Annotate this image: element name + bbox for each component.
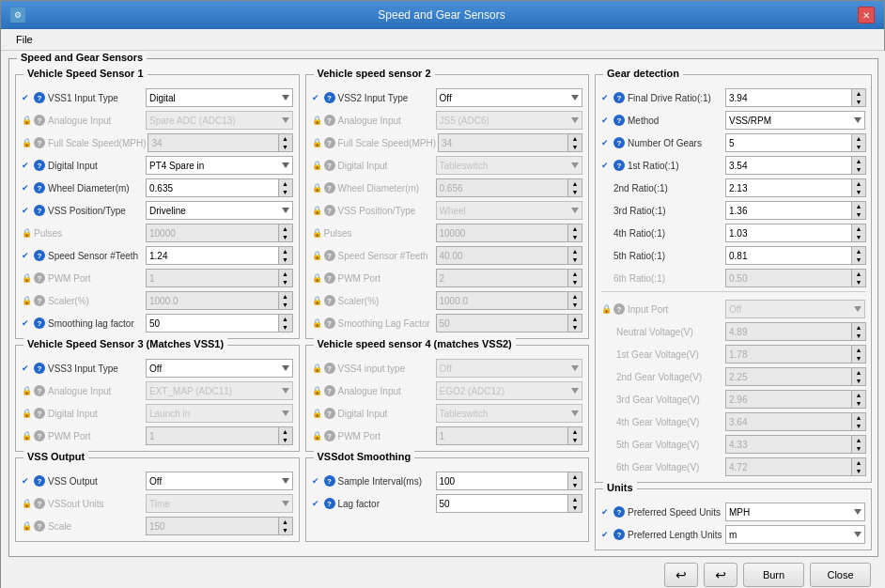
vssdot-lag-down[interactable]: ▼	[568, 503, 582, 512]
gear2-voltage-up[interactable]: ▲	[852, 368, 865, 377]
ratio2-input[interactable]	[725, 178, 851, 197]
vss1-pwm-down[interactable]: ▼	[279, 278, 292, 286]
vss-scale-up[interactable]: ▲	[279, 518, 292, 526]
final-drive-input[interactable]	[725, 88, 851, 107]
ratio4-input[interactable]	[725, 224, 851, 242]
ratio1-up[interactable]: ▲	[852, 157, 865, 165]
ratio3-input[interactable]	[725, 201, 851, 220]
vss2-wheeldiam-up[interactable]: ▲	[568, 179, 582, 188]
vss1-fullscale-down[interactable]: ▼	[279, 143, 292, 151]
close-button[interactable]: Close	[810, 563, 871, 587]
ratio6-up[interactable]: ▲	[852, 270, 865, 278]
gear1-voltage-down[interactable]: ▼	[852, 354, 865, 363]
vss1-wheeldiam-up[interactable]: ▲	[279, 179, 292, 188]
vss4-pwm-down[interactable]: ▼	[568, 436, 582, 444]
vss2-pulses-down[interactable]: ▼	[568, 233, 582, 241]
gear4-voltage-up[interactable]: ▲	[852, 413, 865, 422]
ratio1-input[interactable]	[725, 156, 851, 175]
vssdot-sample-input[interactable]	[436, 472, 568, 490]
vss1-teeth-input[interactable]	[146, 246, 278, 265]
vss1-digital-select[interactable]: PT4 Spare in	[146, 156, 293, 175]
gear5-voltage-down[interactable]: ▼	[852, 444, 865, 453]
ratio5-down[interactable]: ▼	[852, 255, 865, 264]
vss1-teeth-down[interactable]: ▼	[279, 255, 292, 264]
preferred-speed-select[interactable]: MPHKPH	[725, 503, 865, 521]
vss1-pulses-down[interactable]: ▼	[279, 233, 292, 241]
vss3-pwm-down[interactable]: ▼	[279, 436, 292, 444]
vss1-smoothing-up[interactable]: ▲	[279, 315, 292, 323]
vss2-fullscale-down[interactable]: ▼	[568, 143, 582, 151]
num-gears-input[interactable]	[725, 133, 851, 152]
file-menu[interactable]: File	[8, 32, 40, 47]
burn-button[interactable]: Burn	[743, 563, 804, 587]
vss2-teeth-up[interactable]: ▲	[568, 247, 582, 255]
vss3-pwm-up[interactable]: ▲	[279, 427, 292, 436]
vss2-input-type-select[interactable]: OffDigitalAnalogue	[436, 88, 583, 107]
vss1-teeth-up[interactable]: ▲	[279, 247, 292, 255]
vss2-teeth-down[interactable]: ▼	[568, 255, 582, 264]
vss2-scaler-down[interactable]: ▼	[568, 301, 582, 309]
vss1-smoothing-input[interactable]	[146, 314, 278, 333]
gear6-voltage-up[interactable]: ▲	[852, 458, 865, 467]
vss1-wheeldiam-down[interactable]: ▼	[279, 188, 292, 196]
ratio5-spinner: ▲ ▼	[725, 246, 866, 265]
ratio6-down[interactable]: ▼	[852, 278, 865, 286]
vssdot-lag-up[interactable]: ▲	[568, 495, 582, 503]
vss1-vsspos-select[interactable]: DrivelineWheel	[146, 201, 293, 220]
gear4-voltage-input	[725, 412, 851, 431]
undo-button[interactable]: ↩	[664, 563, 698, 587]
gear6-voltage-down[interactable]: ▼	[852, 467, 865, 475]
gear4-voltage-down[interactable]: ▼	[852, 422, 865, 430]
neutral-voltage-up[interactable]: ▲	[852, 323, 865, 332]
vss-output-select[interactable]: OffOn	[146, 472, 293, 490]
gear1-voltage-up[interactable]: ▲	[852, 346, 865, 354]
ratio3-down[interactable]: ▼	[852, 210, 865, 219]
close-window-button[interactable]: ✕	[858, 7, 875, 23]
gear3-voltage-up[interactable]: ▲	[852, 391, 865, 399]
vss2-pulses-up[interactable]: ▲	[568, 224, 582, 233]
vss2-smoothing-up[interactable]: ▲	[568, 315, 582, 323]
ratio2-down[interactable]: ▼	[852, 188, 865, 196]
vssdot-sample-up[interactable]: ▲	[568, 472, 582, 481]
ratio5-up[interactable]: ▲	[852, 247, 865, 255]
vss2-scaler-up[interactable]: ▲	[568, 292, 582, 301]
vss2-pwm-up[interactable]: ▲	[568, 270, 582, 278]
final-drive-up[interactable]: ▲	[852, 89, 865, 98]
vss1-smoothing-down[interactable]: ▼	[279, 323, 292, 332]
vss4-pwm-up[interactable]: ▲	[568, 427, 582, 436]
ratio4-down[interactable]: ▼	[852, 233, 865, 241]
vss1-input-type-select[interactable]: DigitalAnalogueOff	[146, 88, 293, 107]
preferred-length-select[interactable]: mft	[725, 525, 865, 544]
vss1-wheeldiam-input[interactable]	[146, 178, 278, 197]
final-drive-down[interactable]: ▼	[852, 98, 865, 106]
vss-scale-down[interactable]: ▼	[279, 526, 292, 534]
vss2-wheeldiam-down[interactable]: ▼	[568, 188, 582, 196]
vss1-pwm-up[interactable]: ▲	[279, 270, 292, 278]
info-icon: ?	[324, 295, 335, 306]
info-icon: ?	[324, 182, 335, 193]
gear5-voltage-up[interactable]: ▲	[852, 436, 865, 444]
num-gears-down[interactable]: ▼	[852, 143, 865, 151]
neutral-voltage-down[interactable]: ▼	[852, 332, 865, 340]
method-select[interactable]: VSS/RPMVoltage	[725, 111, 865, 130]
vss2-pwm-down[interactable]: ▼	[568, 278, 582, 286]
vss3-input-type-select[interactable]: OffDigitalAnalogue	[146, 359, 293, 378]
num-gears-up[interactable]: ▲	[852, 134, 865, 143]
vss2-fullscale-up[interactable]: ▲	[568, 134, 582, 143]
vss1-scaler-down[interactable]: ▼	[279, 301, 292, 309]
vssdot-sample-down[interactable]: ▼	[568, 481, 582, 489]
vssdot-lag-input[interactable]	[436, 494, 568, 513]
ratio4-up[interactable]: ▲	[852, 224, 865, 233]
vss2-smoothing-down[interactable]: ▼	[568, 323, 582, 332]
vss1-fullscale-up[interactable]: ▲	[279, 134, 292, 143]
ratio5-input[interactable]	[725, 246, 851, 265]
ratio3-up[interactable]: ▲	[852, 202, 865, 210]
ratio1-down[interactable]: ▼	[852, 165, 865, 174]
gear3-voltage-down[interactable]: ▼	[852, 399, 865, 408]
redo-button[interactable]: ↪	[704, 563, 738, 587]
vss2-vsspos-row: 🔒 ? VSS Position/Type Wheel	[312, 201, 583, 220]
vss1-scaler-up[interactable]: ▲	[279, 292, 292, 301]
ratio2-up[interactable]: ▲	[852, 179, 865, 188]
gear2-voltage-down[interactable]: ▼	[852, 377, 865, 385]
vss1-pulses-up[interactable]: ▲	[279, 224, 292, 233]
